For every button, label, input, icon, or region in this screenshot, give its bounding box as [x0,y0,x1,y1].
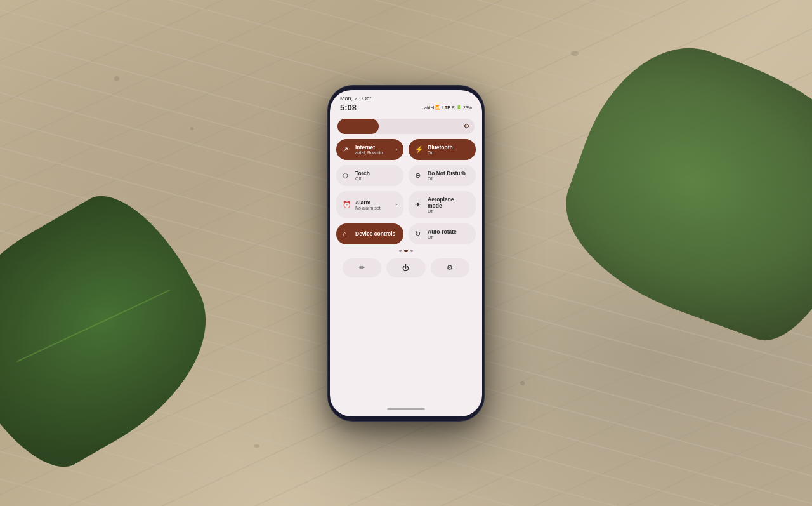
home-indicator[interactable] [387,408,425,410]
phone-screen: Mon, 25 Oct 5:08 airtel 📶 LTE R 🔋 23% ⚙ [330,90,482,416]
bluetooth-sub: On [428,150,453,155]
dnd-icon: ⊖ [415,171,424,180]
marble-spot [254,444,259,448]
status-bar-date-row: Mon, 25 Oct [330,90,482,103]
tile-row-1: ↗ Internet airtel, Roamin.. › ⚡ Bluetoot… [336,139,476,160]
aeroplane-icon: ✈ [415,201,424,209]
carrier-text: airtel [424,105,434,110]
tile-row-3: ⏰ Alarm No alarm set › ✈ Aeroplane mode … [336,191,476,218]
internet-sub: airtel, Roamin.. [355,150,385,155]
power-button[interactable]: ⏻ [386,258,425,277]
internet-icon: ↗ [343,145,351,154]
dnd-sub: Off [428,176,466,181]
marble-spot [520,381,525,385]
device-controls-tile[interactable]: ⌂ Device controls [336,223,403,244]
auto-rotate-tile[interactable]: ↻ Auto-rotate Off [409,223,476,244]
battery-icon: 🔋 [456,105,462,110]
status-icons: airtel 📶 LTE R 🔋 23% [424,105,472,110]
settings-button[interactable]: ⚙ [431,258,469,277]
auto-rotate-sub: Off [428,235,457,239]
power-icon: ⏻ [402,264,409,272]
internet-chevron: › [395,147,397,152]
phone-frame: Mon, 25 Oct 5:08 airtel 📶 LTE R 🔋 23% ⚙ [327,85,485,422]
aeroplane-sub: Off [428,209,469,213]
torch-name: Torch [355,170,370,176]
marble-spot [571,51,579,56]
dnd-name: Do Not Disturb [428,170,466,176]
alarm-chevron: › [395,202,397,208]
signal-icon: 📶 [435,105,441,110]
alarm-icon: ⏰ [343,201,351,209]
device-controls-icon: ⌂ [343,230,351,237]
internet-tile[interactable]: ↗ Internet airtel, Roamin.. › [336,139,403,160]
alarm-tile[interactable]: ⏰ Alarm No alarm set › [336,191,403,218]
bluetooth-icon: ⚡ [415,145,424,154]
alarm-name: Alarm [355,199,381,206]
auto-rotate-icon: ↻ [415,230,424,238]
torch-sub: Off [355,176,370,181]
tile-row-2: ⬡ Torch Off ⊖ Do Not Disturb Off [336,165,476,186]
edit-icon: ✏ [359,263,365,272]
auto-rotate-text: Auto-rotate Off [428,229,457,239]
aeroplane-tile[interactable]: ✈ Aeroplane mode Off [409,191,476,218]
device-controls-name: Device controls [355,230,395,237]
tile-row-4: ⌂ Device controls ↻ Auto-rotate Off [336,223,476,244]
bluetooth-tile[interactable]: ⚡ Bluetooth On [409,139,476,160]
dnd-text: Do Not Disturb Off [428,170,466,181]
settings-icon: ⚙ [447,263,453,272]
status-date: Mon, 25 Oct [340,95,371,102]
aeroplane-name: Aeroplane mode [428,196,469,209]
internet-text: Internet airtel, Roamin.. [355,144,385,155]
dot-3 [410,250,413,252]
brightness-fill [337,119,379,134]
auto-rotate-name: Auto-rotate [428,229,457,235]
pagination-dots [330,250,482,252]
marble-spot [114,76,119,81]
alarm-sub: No alarm set [355,206,381,210]
alarm-text: Alarm No alarm set [355,199,381,210]
quick-tiles: ↗ Internet airtel, Roamin.. › ⚡ Bluetoot… [330,139,482,244]
bluetooth-name: Bluetooth [428,144,453,150]
roaming-icon: R [452,105,455,110]
brightness-settings-icon[interactable]: ⚙ [464,123,469,130]
brightness-slider[interactable]: ⚙ [337,119,475,134]
internet-name: Internet [355,144,385,150]
aeroplane-text: Aeroplane mode Off [428,196,469,213]
marble-spot [190,127,193,130]
torch-icon: ⬡ [343,172,351,179]
dot-2-active [404,250,408,252]
torch-tile[interactable]: ⬡ Torch Off [336,165,403,186]
device-controls-text: Device controls [355,230,395,237]
bottom-actions: ✏ ⏻ ⚙ [330,256,482,280]
battery-text: 23% [463,105,472,110]
lte-text: LTE [442,105,450,110]
dot-1 [399,250,402,252]
bluetooth-text: Bluetooth On [428,144,453,155]
status-time: 5:08 [340,103,357,112]
status-bar-main: 5:08 airtel 📶 LTE R 🔋 23% [330,103,482,116]
dnd-tile[interactable]: ⊖ Do Not Disturb Off [409,165,476,186]
torch-text: Torch Off [355,170,370,181]
edit-button[interactable]: ✏ [343,258,381,277]
